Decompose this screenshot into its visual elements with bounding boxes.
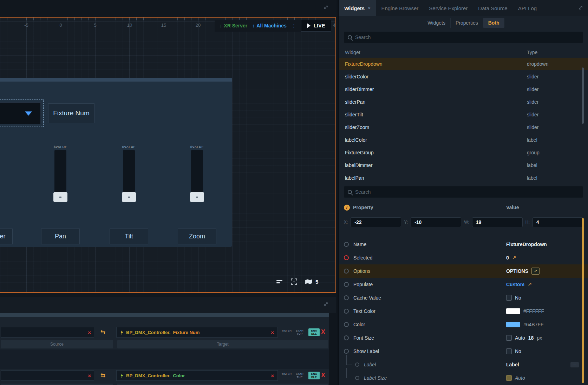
selection-marquee[interactable] <box>0 100 44 127</box>
binding-ring-icon[interactable] <box>355 376 359 380</box>
binding-ring-icon[interactable] <box>344 282 349 287</box>
options-value[interactable]: OPTIONS <box>506 268 528 274</box>
open-link-icon[interactable]: ↗ <box>528 282 532 287</box>
show-label-checkbox[interactable] <box>506 348 512 354</box>
server-download-status[interactable]: ↓ XR Server <box>220 23 247 28</box>
open-options-button[interactable]: ↗ <box>531 268 540 275</box>
color-swatch[interactable] <box>506 322 520 327</box>
target-input[interactable]: Target <box>117 340 328 348</box>
binding-ring-icon[interactable] <box>344 242 349 247</box>
startup-toggle[interactable]: STAR TUP <box>294 372 306 379</box>
widget-row-sliderzoom[interactable]: sliderZoom slider <box>339 121 588 134</box>
enable-badge[interactable]: ENA BLE <box>308 328 320 336</box>
status-kebab-icon[interactable]: ⋮ <box>292 23 296 28</box>
fit-view-icon[interactable] <box>291 278 297 285</box>
binding-ring-icon[interactable] <box>355 362 359 367</box>
name-value[interactable]: FixtureDropdown <box>506 242 547 247</box>
enable-badge[interactable]: ENA BLE <box>308 372 320 379</box>
layout-panels-icon[interactable] <box>276 279 283 284</box>
label-widget-fixture-num[interactable]: Fixture Num <box>48 103 94 123</box>
font-size-auto-checkbox[interactable] <box>506 335 512 341</box>
more-options-button[interactable]: ... <box>570 362 579 367</box>
tab-api-log[interactable]: API Log <box>513 0 542 16</box>
label-widget-zoom[interactable]: Zoom <box>178 229 216 244</box>
binding-ring-icon[interactable] <box>344 295 349 300</box>
x-field[interactable] <box>351 217 401 227</box>
remove-binding-icon[interactable]: X <box>321 372 325 378</box>
label-widget-tilt[interactable]: Tilt <box>110 229 148 244</box>
expand-panel-icon[interactable] <box>324 5 328 10</box>
remove-binding-icon[interactable]: X <box>321 329 325 335</box>
view-tab-both[interactable]: Both <box>483 18 504 28</box>
fixture-dropdown-widget[interactable] <box>0 102 41 124</box>
slider-handle[interactable] <box>53 192 67 202</box>
info-icon[interactable]: i <box>344 205 350 211</box>
widget-row-labelcolor[interactable]: labelColor label <box>339 134 588 146</box>
design-viewport[interactable]: -5 0 5 10 15 20 25 30 35 40 $VALUE Pan $… <box>0 17 336 293</box>
clear-icon[interactable]: × <box>88 330 91 335</box>
close-icon[interactable]: × <box>368 5 371 11</box>
widget-row-sliderpan[interactable]: sliderPan slider <box>339 96 588 108</box>
timer-toggle[interactable]: TIM ER <box>281 372 293 376</box>
machines-upload-status[interactable]: ↑ All Machines <box>252 23 287 28</box>
binding-ring-active-icon[interactable] <box>344 255 349 260</box>
binding-ring-icon[interactable] <box>344 322 349 327</box>
clear-icon[interactable]: × <box>88 373 91 378</box>
swap-direction-icon[interactable]: ⇆ <box>100 328 105 336</box>
property-search-input[interactable] <box>355 189 579 195</box>
binding-ring-icon[interactable] <box>344 269 349 274</box>
label-widget-dimmer-clipped[interactable]: Dimmer <box>0 229 13 244</box>
timer-toggle[interactable]: TIM ER <box>281 329 293 332</box>
populate-value[interactable]: Custom <box>506 282 524 287</box>
binding-ring-icon[interactable] <box>344 349 349 354</box>
widget-list-scrollbar[interactable] <box>582 68 584 124</box>
binding-ring-icon[interactable] <box>344 335 349 340</box>
swap-direction-icon[interactable]: ⇆ <box>100 372 105 379</box>
open-link-icon[interactable]: ↗ <box>512 255 516 261</box>
slider-track[interactable] <box>191 150 203 193</box>
widget-search-input[interactable] <box>355 34 579 40</box>
h-field[interactable] <box>533 217 583 227</box>
source-input[interactable]: Source <box>1 340 113 348</box>
text-color-swatch[interactable] <box>506 308 520 314</box>
w-field[interactable] <box>472 217 523 227</box>
tab-data-source[interactable]: Data Source <box>473 0 512 16</box>
binding-target-field[interactable]: BP_DMX_Controller. Fixture Num × <box>116 327 278 338</box>
y-field[interactable] <box>411 217 461 227</box>
selected-value[interactable]: 0 <box>506 255 509 261</box>
label-value[interactable]: Label <box>506 362 519 367</box>
widget-row-labeldimmer[interactable]: labelDimmer label <box>339 159 588 172</box>
slider-handle[interactable] <box>190 192 204 202</box>
view-tab-properties[interactable]: Properties <box>450 18 483 28</box>
view-tab-widgets[interactable]: Widgets <box>423 18 450 28</box>
widget-row-fixturedropdown[interactable]: FixtureDropdown dropdown <box>339 58 588 70</box>
tab-widgets[interactable]: Widgets × <box>339 0 376 16</box>
expand-panel-icon[interactable] <box>578 5 583 10</box>
widget-row-slidertilt[interactable]: sliderTilt slider <box>339 108 588 121</box>
widget-row-labelpan[interactable]: labelPan label <box>339 172 588 184</box>
binding-ring-icon[interactable] <box>344 309 349 314</box>
binding-source-field[interactable]: × <box>1 370 94 381</box>
slider-track[interactable] <box>123 150 135 193</box>
widget-row-slidercolor[interactable]: sliderColor slider <box>339 70 588 83</box>
clear-icon[interactable]: × <box>271 330 274 335</box>
slider-track[interactable] <box>54 150 66 193</box>
live-button[interactable]: LIVE <box>301 20 331 32</box>
font-size-value[interactable]: 18 <box>528 335 534 341</box>
widget-row-sliderdimmer[interactable]: sliderDimmer slider <box>339 83 588 96</box>
cache-value-checkbox[interactable] <box>506 295 512 301</box>
binding-source-field[interactable]: × <box>1 327 94 338</box>
slider-handle[interactable] <box>122 192 136 202</box>
map-pages-icon[interactable]: 5 <box>305 279 318 285</box>
binding-target-field[interactable]: BP_DMX_Controller. Color × <box>116 370 278 381</box>
startup-toggle[interactable]: STAR TUP <box>294 329 306 335</box>
tab-engine-browser[interactable]: Engine Browser <box>376 0 424 16</box>
label-size-auto-checkbox[interactable] <box>506 375 512 381</box>
position-fields: X: Y: W: H: <box>339 215 588 229</box>
tab-service-explorer[interactable]: Service Explorer <box>424 0 473 16</box>
property-panel-scrollbar[interactable] <box>582 218 584 383</box>
widget-row-fixturegroup[interactable]: FixtureGroup group <box>339 146 588 159</box>
label-widget-pan[interactable]: Pan <box>41 229 80 244</box>
clear-icon[interactable]: × <box>271 373 274 378</box>
expand-panel-icon[interactable] <box>324 302 328 307</box>
